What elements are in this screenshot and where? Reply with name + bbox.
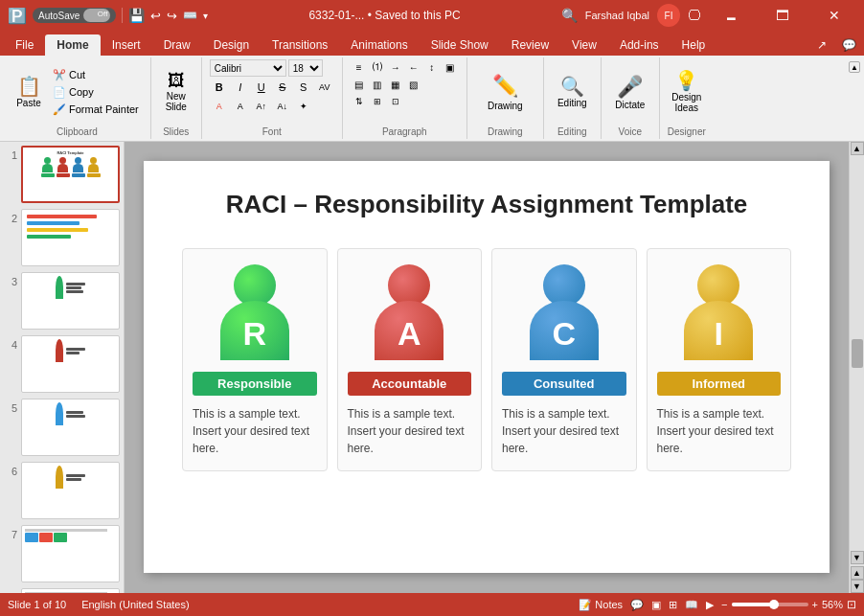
normal-view-button[interactable]: ▣ [651, 599, 661, 611]
smartart-button[interactable]: ⊡ [387, 94, 404, 109]
align-right-button[interactable]: ▦ [387, 77, 404, 92]
zoom-thumb[interactable] [769, 600, 779, 609]
paste-label: Paste [16, 98, 41, 108]
align-text-button[interactable]: ⊞ [369, 94, 386, 109]
ribbon-collapse-button[interactable]: ▲ [849, 61, 860, 73]
reading-view-button[interactable]: 📖 [685, 599, 698, 611]
strikethrough-button[interactable]: S [273, 79, 292, 96]
undo-button[interactable]: ↩ [150, 9, 161, 23]
clear-format-button[interactable]: ✦ [294, 98, 313, 115]
font-size-select[interactable]: 18 [288, 59, 323, 77]
decrease-font-button[interactable]: A↓ [273, 98, 292, 115]
align-left-button[interactable]: ▤ [351, 77, 368, 92]
comments-status-button[interactable]: 💬 [630, 599, 644, 611]
status-right: 📝 Notes 💬 ▣ ⊞ 📖 ▶ − + 56% ⊡ [579, 598, 856, 611]
tab-insert[interactable]: Insert [101, 34, 152, 56]
search-icon[interactable]: 🔍 [561, 8, 578, 23]
notes-button[interactable]: 📝 Notes [579, 599, 623, 611]
slide-thumbnail-4[interactable]: 4 [4, 335, 120, 393]
line-spacing-button[interactable]: ↕ [423, 59, 441, 75]
ribbon-group-editing: 🔍 Editing Editing [544, 57, 602, 139]
slide-sorter-button[interactable]: ⊞ [669, 599, 677, 611]
char-spacing-button[interactable]: AV [315, 79, 334, 96]
status-bar: Slide 1 of 10 English (United States) 📝 … [0, 593, 864, 616]
save-icon[interactable]: 💾 [128, 8, 145, 23]
numbering-button[interactable]: ⑴ [369, 59, 386, 75]
slide-thumbnail-7[interactable]: 7 [4, 525, 120, 582]
slide-thumbnail-1[interactable]: 1 RACI Template [4, 146, 120, 203]
cut-button[interactable]: ✂️ Cut [49, 67, 143, 83]
next-slide-button[interactable]: ▼ [851, 580, 864, 593]
slideshow-button[interactable]: ▶ [706, 599, 714, 611]
scroll-thumb[interactable] [852, 339, 863, 368]
more-tools-button[interactable]: ⌨️ [183, 9, 197, 22]
slide-img-4[interactable] [21, 335, 120, 393]
slide-img-5[interactable] [21, 399, 120, 456]
new-slide-button[interactable]: 🖼 NewSlide [159, 69, 193, 115]
informed-text: This is a sample text. Insert your desir… [657, 405, 782, 457]
italic-button[interactable]: I [231, 79, 250, 96]
format-painter-button[interactable]: 🖌️ Format Painter [49, 102, 143, 118]
bullets-button[interactable]: ≡ [351, 59, 368, 75]
justify-button[interactable]: ▧ [405, 77, 422, 92]
slide-img-1[interactable]: RACI Template [21, 146, 120, 203]
text-direction-button[interactable]: ⇅ [351, 94, 368, 109]
tab-design[interactable]: Design [202, 34, 261, 56]
tab-help[interactable]: Help [671, 34, 717, 56]
slide-thumbnail-5[interactable]: 5 [4, 399, 120, 456]
minimize-button[interactable]: 🗕 [709, 0, 753, 31]
tab-home[interactable]: Home [45, 34, 100, 56]
underline-button[interactable]: U [252, 79, 271, 96]
text-highlight-button[interactable]: A [231, 98, 250, 115]
indent-increase-button[interactable]: → [387, 59, 404, 75]
fit-slide-button[interactable]: ⊡ [847, 598, 856, 611]
slide-img-3[interactable] [21, 272, 120, 330]
zoom-out-button[interactable]: − [721, 599, 727, 610]
tab-draw[interactable]: Draw [152, 34, 202, 56]
tab-animations[interactable]: Animations [339, 34, 419, 56]
slide-thumbnail-3[interactable]: 3 [4, 272, 120, 330]
comments-button[interactable]: 💬 [834, 34, 864, 56]
tab-transitions[interactable]: Transitions [261, 34, 339, 56]
bold-button[interactable]: B [210, 79, 229, 96]
editing-button[interactable]: 🔍 Editing [554, 74, 591, 111]
slide-thumbnail-6[interactable]: 6 [4, 462, 120, 519]
ribbon-display-button[interactable]: 🖵 [688, 8, 701, 23]
prev-slide-button[interactable]: ▲ [851, 566, 864, 580]
slide-img-7[interactable] [21, 525, 120, 582]
columns-button[interactable]: ▣ [442, 59, 459, 75]
maximize-button[interactable]: 🗖 [761, 0, 805, 31]
redo-button[interactable]: ↪ [167, 9, 177, 23]
slide-num-3: 3 [4, 272, 17, 287]
slide-img-2[interactable] [21, 209, 120, 266]
increase-font-button[interactable]: A↑ [252, 98, 271, 115]
drawing-button[interactable]: ✏️ Drawing [484, 71, 527, 114]
zoom-slider[interactable] [732, 603, 808, 606]
shadow-button[interactable]: S [294, 79, 313, 96]
tab-slideshow[interactable]: Slide Show [420, 34, 500, 56]
tab-addins[interactable]: Add-ins [608, 34, 671, 56]
tab-review[interactable]: Review [500, 34, 560, 56]
font-color-button[interactable]: A [210, 98, 229, 115]
align-center-button[interactable]: ▥ [369, 77, 386, 92]
tab-file[interactable]: File [4, 34, 45, 56]
paste-button[interactable]: 📋 Paste [11, 74, 46, 111]
copy-button[interactable]: 📄 Copy [49, 84, 143, 101]
indent-decrease-button[interactable]: ← [405, 59, 422, 75]
consulted-label: Consulted [502, 372, 626, 396]
quick-access-dropdown[interactable]: ▾ [203, 11, 208, 21]
accountable-body: A [375, 301, 443, 360]
design-ideas-button[interactable]: 💡 DesignIdeas [668, 68, 705, 116]
font-family-select[interactable]: Calibri [210, 59, 286, 77]
slide-thumbnail-2[interactable]: 2 [4, 209, 120, 266]
slide-img-6[interactable] [21, 462, 120, 519]
scroll-down-button[interactable]: ▼ [851, 551, 864, 564]
close-button[interactable]: ✕ [812, 0, 856, 31]
scroll-up-button[interactable]: ▲ [851, 142, 864, 155]
autosave-toggle[interactable] [83, 9, 110, 22]
title-right: 🔍 Farshad Iqbal FI 🖵 🗕 🗖 ✕ [561, 0, 856, 31]
tab-view[interactable]: View [560, 34, 608, 56]
dictate-button[interactable]: 🎤 Dictate [609, 71, 651, 114]
share-button[interactable]: ↗ [809, 34, 834, 56]
zoom-in-button[interactable]: + [812, 599, 818, 610]
